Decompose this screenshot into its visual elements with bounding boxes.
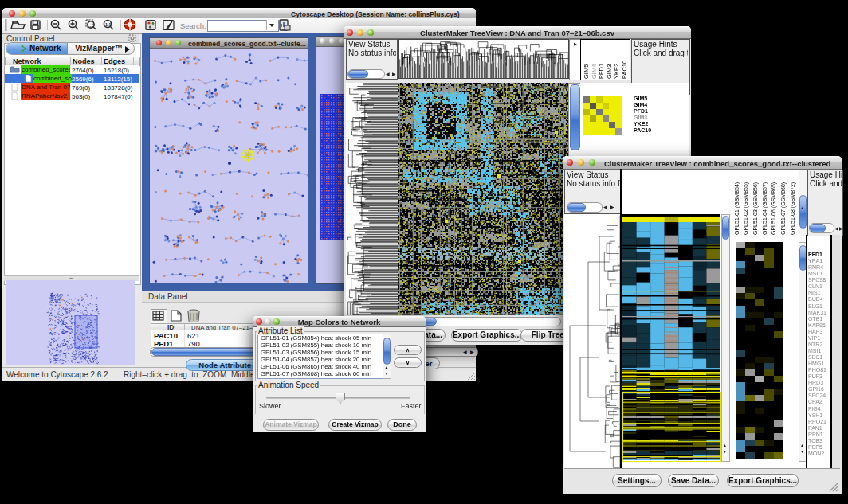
svg-text:1:1: 1:1 bbox=[105, 22, 111, 27]
